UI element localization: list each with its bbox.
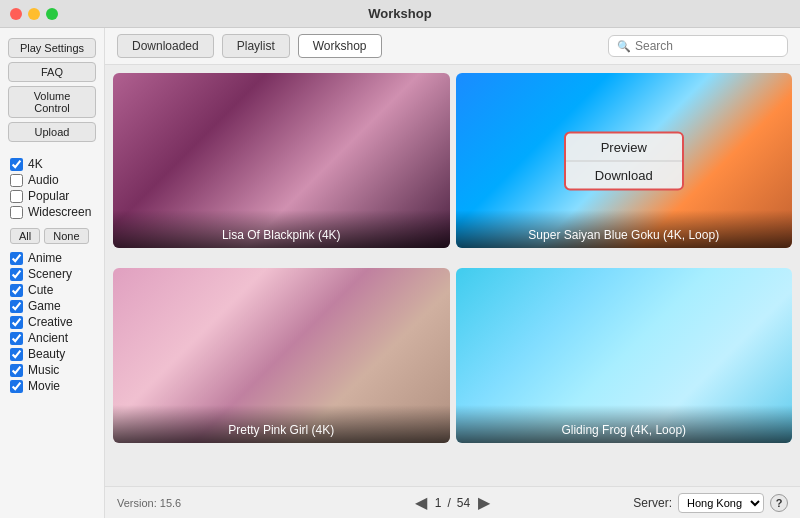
filter-audio[interactable]: Audio bbox=[10, 172, 94, 188]
tag-ancient-checkbox[interactable] bbox=[10, 332, 23, 345]
upload-button[interactable]: Upload bbox=[8, 122, 96, 142]
grid-item-2[interactable]: Super Saiyan Blue Goku (4K, Loop) Previe… bbox=[456, 73, 793, 248]
tag-cute-checkbox[interactable] bbox=[10, 284, 23, 297]
tag-creative[interactable]: Creative bbox=[10, 314, 94, 330]
titlebar: Workshop bbox=[0, 0, 800, 28]
wallpaper-grid: Lisa Of Blackpink (4K) Super Saiyan Blue… bbox=[105, 65, 800, 486]
server-select[interactable]: Hong Kong US East US West Europe Japan bbox=[678, 493, 764, 513]
bottom-bar: Version: 15.6 ◀ 1 / 54 ▶ Server: Hong Ko… bbox=[105, 486, 800, 518]
filter-widescreen[interactable]: Widescreen bbox=[10, 204, 94, 220]
preview-button[interactable]: Preview bbox=[566, 133, 682, 161]
tag-creative-label: Creative bbox=[28, 315, 73, 329]
maximize-button[interactable] bbox=[46, 8, 58, 20]
tag-game-label: Game bbox=[28, 299, 61, 313]
tag-cute-label: Cute bbox=[28, 283, 53, 297]
filter-popular[interactable]: Popular bbox=[10, 188, 94, 204]
item-2-overlay: Preview Download bbox=[564, 131, 684, 190]
grid-item-1[interactable]: Lisa Of Blackpink (4K) bbox=[113, 73, 450, 248]
minimize-button[interactable] bbox=[28, 8, 40, 20]
grid-item-4-label: Gliding Frog (4K, Loop) bbox=[456, 405, 793, 443]
filter-audio-checkbox[interactable] bbox=[10, 174, 23, 187]
sidebar-divider-1 bbox=[0, 144, 104, 152]
tag-beauty[interactable]: Beauty bbox=[10, 346, 94, 362]
faq-button[interactable]: FAQ bbox=[8, 62, 96, 82]
tag-game-checkbox[interactable] bbox=[10, 300, 23, 313]
tag-group: Anime Scenery Cute Game Creative Ancient bbox=[0, 248, 104, 396]
filter-popular-checkbox[interactable] bbox=[10, 190, 23, 203]
tag-anime-label: Anime bbox=[28, 251, 62, 265]
all-button[interactable]: All bbox=[10, 228, 40, 244]
tag-movie-label: Movie bbox=[28, 379, 60, 393]
search-icon: 🔍 bbox=[617, 40, 631, 53]
prev-page-button[interactable]: ◀ bbox=[413, 495, 429, 511]
filter-widescreen-label: Widescreen bbox=[28, 205, 91, 219]
content-area: Downloaded Playlist Workshop 🔍 Lisa Of B… bbox=[105, 28, 800, 518]
tag-beauty-label: Beauty bbox=[28, 347, 65, 361]
tag-game[interactable]: Game bbox=[10, 298, 94, 314]
filter-group: 4K Audio Popular Widescreen bbox=[0, 152, 104, 224]
server-label: Server: bbox=[633, 496, 672, 510]
tag-creative-checkbox[interactable] bbox=[10, 316, 23, 329]
tab-workshop[interactable]: Workshop bbox=[298, 34, 382, 58]
tag-beauty-checkbox[interactable] bbox=[10, 348, 23, 361]
all-none-row: All None bbox=[0, 224, 104, 248]
tag-scenery[interactable]: Scenery bbox=[10, 266, 94, 282]
tag-music-checkbox[interactable] bbox=[10, 364, 23, 377]
volume-control-button[interactable]: Volume Control bbox=[8, 86, 96, 118]
grid-item-2-label: Super Saiyan Blue Goku (4K, Loop) bbox=[456, 210, 793, 248]
tag-ancient-label: Ancient bbox=[28, 331, 68, 345]
sidebar: Play Settings FAQ Volume Control Upload … bbox=[0, 28, 105, 518]
play-settings-button[interactable]: Play Settings bbox=[8, 38, 96, 58]
tag-movie-checkbox[interactable] bbox=[10, 380, 23, 393]
tab-playlist[interactable]: Playlist bbox=[222, 34, 290, 58]
filter-widescreen-checkbox[interactable] bbox=[10, 206, 23, 219]
tag-music-label: Music bbox=[28, 363, 59, 377]
tag-scenery-checkbox[interactable] bbox=[10, 268, 23, 281]
window-title: Workshop bbox=[368, 6, 431, 21]
page-total: 54 bbox=[457, 496, 470, 510]
pagination: ◀ 1 / 54 ▶ bbox=[413, 495, 492, 511]
next-page-button[interactable]: ▶ bbox=[476, 495, 492, 511]
filter-audio-label: Audio bbox=[28, 173, 59, 187]
bottom-bar-inner: Version: 15.6 ◀ 1 / 54 ▶ Server: Hong Ko… bbox=[117, 493, 788, 513]
grid-item-3-label: Pretty Pink Girl (4K) bbox=[113, 405, 450, 443]
tag-anime[interactable]: Anime bbox=[10, 250, 94, 266]
main-layout: Play Settings FAQ Volume Control Upload … bbox=[0, 28, 800, 518]
search-box: 🔍 bbox=[608, 35, 788, 57]
version-label: Version: 15.6 bbox=[117, 497, 181, 509]
page-separator: / bbox=[447, 496, 450, 510]
page-current: 1 bbox=[435, 496, 442, 510]
tag-movie[interactable]: Movie bbox=[10, 378, 94, 394]
filter-popular-label: Popular bbox=[28, 189, 69, 203]
tag-music[interactable]: Music bbox=[10, 362, 94, 378]
top-bar: Downloaded Playlist Workshop 🔍 bbox=[105, 28, 800, 65]
tag-anime-checkbox[interactable] bbox=[10, 252, 23, 265]
grid-item-4[interactable]: Gliding Frog (4K, Loop) bbox=[456, 268, 793, 443]
none-button[interactable]: None bbox=[44, 228, 88, 244]
server-section: Server: Hong Kong US East US West Europe… bbox=[633, 493, 788, 513]
tag-scenery-label: Scenery bbox=[28, 267, 72, 281]
tab-downloaded[interactable]: Downloaded bbox=[117, 34, 214, 58]
download-button[interactable]: Download bbox=[566, 161, 682, 188]
tag-ancient[interactable]: Ancient bbox=[10, 330, 94, 346]
filter-4k-label: 4K bbox=[28, 157, 43, 171]
help-button[interactable]: ? bbox=[770, 494, 788, 512]
filter-4k-checkbox[interactable] bbox=[10, 158, 23, 171]
search-input[interactable] bbox=[635, 39, 779, 53]
grid-item-1-label: Lisa Of Blackpink (4K) bbox=[113, 210, 450, 248]
grid-item-3[interactable]: Pretty Pink Girl (4K) bbox=[113, 268, 450, 443]
filter-4k[interactable]: 4K bbox=[10, 156, 94, 172]
window-controls bbox=[10, 8, 58, 20]
tag-cute[interactable]: Cute bbox=[10, 282, 94, 298]
close-button[interactable] bbox=[10, 8, 22, 20]
